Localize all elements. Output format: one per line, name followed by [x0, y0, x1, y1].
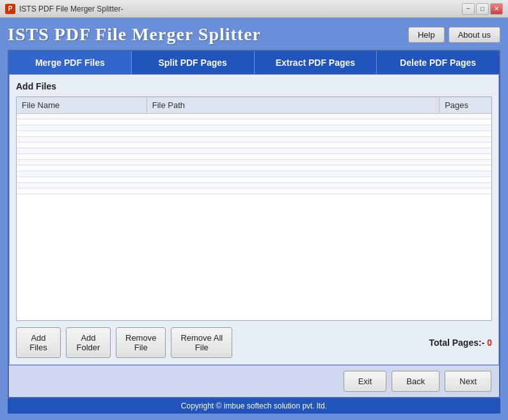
action-bar: AddFiles AddFolder RemoveFile Remove All… [16, 327, 492, 358]
remove-file-button[interactable]: RemoveFile [116, 327, 166, 358]
table-row [17, 171, 491, 177]
footer-text: Copyright © imbue softech solution pvt. … [181, 401, 327, 410]
content-area: Add Files File Name File Path Pages [9, 74, 499, 365]
outer-wrapper: Merge PDF Files Split PDF Pages Extract … [8, 50, 500, 398]
table-row [17, 160, 491, 166]
footer: Copyright © imbue softech solution pvt. … [8, 398, 500, 414]
header-buttons: Help About us [408, 27, 500, 43]
exit-button[interactable]: Exit [344, 371, 387, 392]
remove-all-file-button[interactable]: Remove AllFile [171, 327, 232, 358]
table-row [17, 166, 491, 171]
total-pages-value: 0 [487, 338, 492, 348]
table-row [17, 125, 491, 131]
help-button[interactable]: Help [408, 27, 445, 43]
table-row [17, 131, 491, 137]
maximize-button[interactable]: □ [476, 3, 489, 15]
table-row [17, 189, 491, 194]
table-row [17, 137, 491, 143]
col-header-filepath: File Path [147, 97, 439, 114]
app-header: ISTS PDF File Merger Splitter Help About… [8, 24, 500, 45]
about-button[interactable]: About us [448, 27, 500, 43]
tab-merge[interactable]: Merge PDF Files [9, 51, 132, 74]
table-row [17, 183, 491, 189]
minimize-button[interactable]: − [462, 3, 475, 15]
table-row [17, 148, 491, 154]
back-button[interactable]: Back [392, 371, 440, 392]
title-bar-title: ISTS PDF File Merger Splitter- [19, 4, 123, 13]
nav-bar: Exit Back Next [9, 365, 499, 397]
table-row [17, 114, 491, 120]
file-table: File Name File Path Pages [17, 97, 491, 194]
close-button[interactable]: ✕ [490, 3, 503, 15]
col-header-filename: File Name [17, 97, 147, 114]
add-folder-button[interactable]: AddFolder [66, 327, 111, 358]
tab-bar: Merge PDF Files Split PDF Pages Extract … [9, 51, 499, 74]
tab-delete[interactable]: Delete PDF Pages [377, 51, 499, 74]
app-icon: P [5, 4, 15, 14]
app-title: ISTS PDF File Merger Splitter [8, 24, 261, 45]
window-controls: − □ ✕ [462, 3, 503, 15]
table-row [17, 154, 491, 160]
main-window: ISTS PDF File Merger Splitter Help About… [0, 18, 508, 420]
col-header-pages: Pages [440, 97, 491, 114]
total-pages-label: Total Pages:- 0 [429, 338, 492, 348]
table-row [17, 177, 491, 183]
file-table-container: File Name File Path Pages [16, 97, 492, 321]
app-icon-text: P [8, 5, 13, 12]
table-row [17, 143, 491, 148]
section-title: Add Files [16, 81, 492, 91]
next-button[interactable]: Next [445, 371, 491, 392]
tab-split[interactable]: Split PDF Pages [132, 51, 255, 74]
title-bar: P ISTS PDF File Merger Splitter- − □ ✕ [0, 0, 508, 18]
table-row [17, 120, 491, 125]
add-files-button[interactable]: AddFiles [16, 327, 61, 358]
tab-extract[interactable]: Extract PDF Pages [255, 51, 377, 74]
